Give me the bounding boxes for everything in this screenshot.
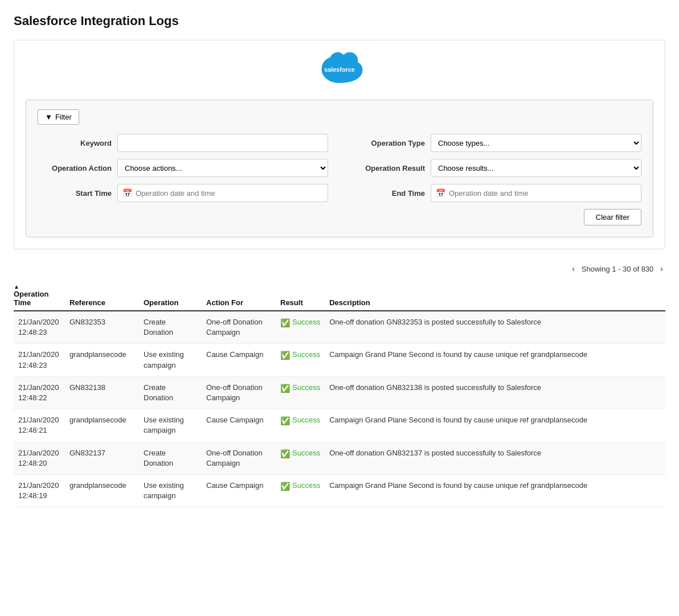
cell-description: One-off donation GN832138 is posted succ…	[325, 376, 665, 409]
table-container: ▲ Operation Time Reference Operation Act…	[14, 279, 665, 507]
success-icon: ✅	[280, 318, 290, 329]
operation-action-label: Operation Action	[38, 164, 112, 173]
operation-result-label: Operation Result	[351, 164, 425, 173]
operation-action-select[interactable]: Choose actions...	[117, 159, 328, 177]
salesforce-text: salesforce	[324, 66, 354, 73]
table-row: 21/Jan/2020 12:48:22 GN832138 Create Don…	[14, 376, 665, 409]
result-text: Success	[292, 415, 320, 425]
filter-button-label: Filter	[55, 113, 72, 121]
col-header-result[interactable]: Result	[276, 279, 325, 311]
logs-table: ▲ Operation Time Reference Operation Act…	[14, 279, 665, 507]
start-time-row: Start Time 📅	[38, 184, 328, 202]
cell-reference: grandplansecode	[65, 474, 139, 507]
cell-result: ✅ Success	[276, 376, 325, 409]
success-icon: ✅	[280, 449, 290, 460]
operation-result-row: Operation Result Choose results...	[351, 159, 641, 177]
success-icon: ✅	[280, 481, 290, 492]
cell-result: ✅ Success	[276, 311, 325, 344]
filter-section: ▼ Filter Keyword Operation Action Choose…	[26, 100, 653, 237]
cell-time: 21/Jan/2020 12:48:19	[14, 474, 65, 507]
main-card: salesforce ▼ Filter Keyword Operation Ac…	[14, 40, 665, 249]
success-icon: ✅	[280, 416, 290, 427]
success-icon: ✅	[280, 350, 290, 362]
cell-action-for: One-off Donation Campaign	[202, 311, 276, 344]
filter-grid: Keyword Operation Action Choose actions.…	[38, 134, 641, 202]
calendar-icon-end: 📅	[436, 188, 445, 198]
table-body: 21/Jan/2020 12:48:23 GN832353 Create Don…	[14, 311, 665, 507]
cell-action-for: Cause Campaign	[202, 344, 276, 376]
cell-description: One-off donation GN832353 is posted succ…	[325, 311, 665, 344]
table-header-row: ▲ Operation Time Reference Operation Act…	[14, 279, 665, 311]
cell-time: 21/Jan/2020 12:48:23	[14, 344, 65, 376]
operation-type-label: Operation Type	[351, 139, 425, 147]
keyword-row: Keyword	[38, 134, 328, 152]
success-icon: ✅	[280, 383, 290, 395]
result-text: Success	[292, 448, 320, 458]
start-time-label: Start Time	[38, 189, 112, 198]
pagination-next[interactable]: ›	[658, 263, 665, 274]
table-row: 21/Jan/2020 12:48:23 grandplansecode Use…	[14, 344, 665, 376]
cell-result: ✅ Success	[276, 442, 325, 474]
cell-time: 21/Jan/2020 12:48:22	[14, 376, 65, 409]
operation-action-row: Operation Action Choose actions...	[38, 159, 328, 177]
filter-left-col: Keyword Operation Action Choose actions.…	[38, 134, 328, 202]
cell-reference: GN832353	[65, 311, 139, 344]
cell-time: 21/Jan/2020 12:48:23	[14, 311, 65, 344]
cell-operation: Use existing campaign	[139, 409, 202, 442]
end-time-label: End Time	[351, 189, 425, 198]
cell-result: ✅ Success	[276, 344, 325, 376]
cell-reference: GN832137	[65, 442, 139, 474]
operation-type-row: Operation Type Choose types...	[351, 134, 641, 152]
cell-operation: Create Donation	[139, 311, 202, 344]
result-text: Success	[292, 317, 320, 327]
salesforce-logo-area: salesforce	[26, 52, 653, 86]
calendar-icon-start: 📅	[122, 188, 132, 198]
filter-icon: ▼	[45, 113, 52, 121]
col-header-operation-time[interactable]: ▲ Operation Time	[14, 279, 65, 311]
end-time-input-wrapper[interactable]: 📅	[431, 184, 641, 202]
col-header-description[interactable]: Description	[325, 279, 665, 311]
salesforce-logo: salesforce	[314, 52, 365, 86]
cell-operation: Create Donation	[139, 376, 202, 409]
cell-action-for: One-off Donation Campaign	[202, 442, 276, 474]
keyword-input[interactable]	[117, 134, 328, 152]
filter-button[interactable]: ▼ Filter	[38, 109, 79, 125]
cell-action-for: One-off Donation Campaign	[202, 376, 276, 409]
cell-description: Campaign Grand Plane Second is found by …	[325, 474, 665, 507]
cell-result: ✅ Success	[276, 474, 325, 507]
result-text: Success	[292, 383, 320, 393]
cell-reference: grandplansecode	[65, 409, 139, 442]
filter-right-col: Operation Type Choose types... Operation…	[351, 134, 641, 202]
operation-type-select[interactable]: Choose types...	[431, 134, 641, 152]
col-header-reference[interactable]: Reference	[65, 279, 139, 311]
start-time-input-wrapper[interactable]: 📅	[117, 184, 328, 202]
sort-indicator: ▲	[14, 284, 60, 290]
end-time-input[interactable]	[449, 189, 636, 198]
table-row: 21/Jan/2020 12:48:21 grandplansecode Use…	[14, 409, 665, 442]
cell-time: 21/Jan/2020 12:48:21	[14, 409, 65, 442]
pagination-row: ‹ Showing 1 - 30 of 830 ›	[14, 263, 665, 274]
start-time-input[interactable]	[136, 189, 323, 198]
cell-operation: Use existing campaign	[139, 344, 202, 376]
col-header-operation[interactable]: Operation	[139, 279, 202, 311]
table-row: 21/Jan/2020 12:48:20 GN832137 Create Don…	[14, 442, 665, 474]
pagination-prev[interactable]: ‹	[570, 263, 577, 274]
cell-result: ✅ Success	[276, 409, 325, 442]
pagination-showing: Showing 1 - 30 of 830	[582, 265, 653, 273]
cell-action-for: Cause Campaign	[202, 474, 276, 507]
cell-reference: GN832138	[65, 376, 139, 409]
keyword-label: Keyword	[38, 139, 112, 147]
col-header-action-for[interactable]: Action For	[202, 279, 276, 311]
clear-filter-button[interactable]: Clear filter	[584, 209, 641, 225]
end-time-row: End Time 📅	[351, 184, 641, 202]
table-row: 21/Jan/2020 12:48:19 grandplansecode Use…	[14, 474, 665, 507]
result-text: Success	[292, 481, 320, 491]
cell-description: Campaign Grand Plane Second is found by …	[325, 409, 665, 442]
operation-result-select[interactable]: Choose results...	[431, 159, 641, 177]
cell-time: 21/Jan/2020 12:48:20	[14, 442, 65, 474]
result-text: Success	[292, 350, 320, 360]
table-row: 21/Jan/2020 12:48:23 GN832353 Create Don…	[14, 311, 665, 344]
clear-filter-row: Clear filter	[38, 209, 641, 225]
cell-description: One-off donation GN832137 is posted succ…	[325, 442, 665, 474]
page-title: Salesforce Integration Logs	[14, 14, 665, 28]
